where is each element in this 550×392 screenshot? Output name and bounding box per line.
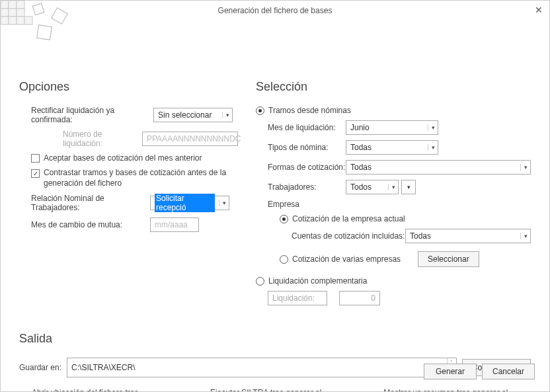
svg-rect-9 [24,17,32,24]
svg-rect-4 [9,9,17,17]
empresa-label: Empresa [268,200,299,209]
cancelar-button[interactable]: Cancelar [482,364,535,379]
num-liquidacion-input[interactable]: PPAAAANNNNNNNNNDC [142,132,238,146]
abrir-ubicacion-label: Abrir ubicación del fichero tras generar… [32,388,171,392]
chevron-down-icon: ▾ [219,200,226,206]
ejecutar-siltra-label: Ejecutar SILTRA tras generar el fichero [210,388,344,392]
contrastar-label: Contrastar tramos y bases de cotización … [44,168,235,188]
svg-rect-0 [1,1,9,9]
chevron-down-icon: ▾ [520,233,528,239]
liquidacion-sub-label-box: Liquidación: [268,291,327,305]
svg-rect-3 [1,9,9,17]
tipos-nomina-dropdown[interactable]: Todas ▾ [346,140,438,155]
close-icon: ✕ [535,5,543,15]
chevron-down-icon: ▾ [222,112,229,118]
formas-cot-dropdown[interactable]: Todas ▾ [346,160,531,175]
mes-liq-dropdown[interactable]: Junio ▾ [346,120,438,135]
guardar-path-input[interactable]: C:\SILTRA\XECR\ ˄ ˅ [67,358,457,377]
trabajadores-picker[interactable]: ▾ [401,180,416,194]
aceptar-bases-checkbox[interactable] [31,154,40,163]
rectificar-dropdown[interactable]: Sin seleccionar ▾ [153,108,233,122]
liq-compl-label: Liquidación complementaria [268,276,367,286]
contrastar-checkbox[interactable] [31,169,40,178]
chevron-down-icon: ▾ [428,124,435,131]
svg-rect-1 [9,1,17,9]
svg-rect-5 [17,9,24,17]
mostrar-resumen-label: Mostrar un resumen tras generar el fiche… [383,388,531,392]
liquidacion-sub-value: 0 [339,291,380,305]
svg-rect-11 [52,8,68,24]
svg-rect-12 [37,25,52,40]
seleccionar-button[interactable]: Seleccionar [418,251,479,267]
tipos-nomina-label: Tipos de nómina: [268,143,346,152]
varias-empresas-radio[interactable] [280,255,288,264]
trabajadores-dropdown[interactable]: Todos ▾ [346,180,399,194]
aceptar-bases-label: Aceptar bases de cotización del mes ante… [44,153,202,163]
opciones-heading: Opciones [19,80,251,94]
window-title: Generación del fichero de bases [218,6,333,15]
mes-mutua-input[interactable]: mm/aaaa [150,217,199,232]
chevron-down-icon: ▾ [407,184,411,190]
liq-compl-radio[interactable] [256,277,264,286]
svg-rect-7 [9,17,17,24]
generar-button[interactable]: Generar [424,364,477,379]
formas-cot-label: Formas de cotización: [268,163,346,172]
cuentas-incluidas-label: Cuentas de cotización incluidas: [292,231,405,241]
relacion-dropdown[interactable]: Solicitar recepció ▾ [150,196,229,210]
tramos-radio-label: Tramos desde nóminas [268,106,351,115]
app-logo [1,1,70,47]
mes-liq-label: Mes de liquidación: [268,123,346,132]
cuentas-incluidas-dropdown[interactable]: Todas ▾ [405,229,531,243]
tramos-radio[interactable] [256,106,264,115]
svg-rect-2 [17,1,24,9]
chevron-down-icon: ▾ [428,144,435,151]
salida-heading: Salida [19,332,531,346]
mes-mutua-label: Mes de cambio de mutua: [31,220,150,229]
num-liquidacion-label: Número de liquidación: [63,130,142,148]
empresa-actual-label: Cotización de la empresa actual [292,214,405,223]
rectificar-label: Rectificar liquidación ya confirmada: [31,106,153,124]
guardar-label: Guardar en: [19,363,61,372]
empresa-actual-radio[interactable] [280,215,288,223]
relacion-label: Relación Nominal de Trabajadores: [31,194,150,212]
varias-empresas-label: Cotización de varias empresas [292,255,418,264]
chevron-down-icon: ▾ [388,184,395,190]
svg-rect-10 [32,3,44,15]
trabajadores-label: Trabajadores: [268,182,346,192]
close-button[interactable]: ✕ [532,3,545,17]
seleccion-heading: Selección [256,80,531,94]
svg-rect-8 [17,17,24,24]
svg-rect-6 [1,17,9,24]
chevron-down-icon: ▾ [520,164,528,171]
